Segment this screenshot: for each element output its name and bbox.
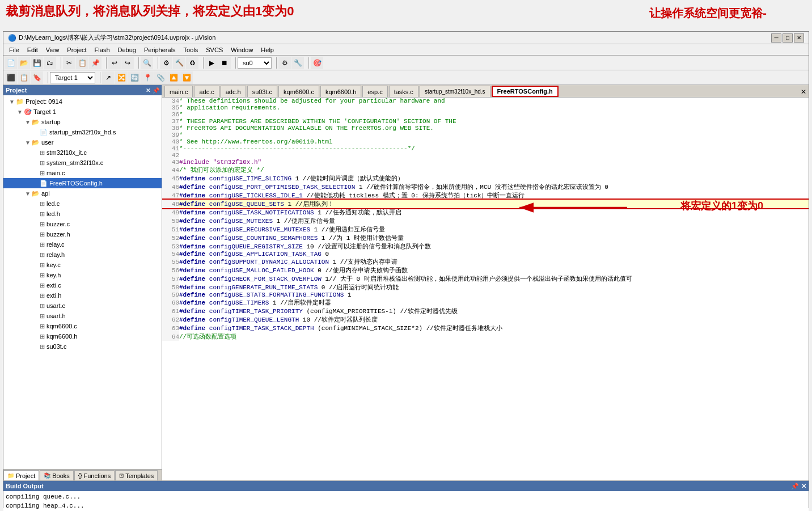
menu-tools[interactable]: Tools (180, 45, 202, 54)
tb2-btn8[interactable]: 📎 (154, 71, 167, 84)
tree-item-user-folder[interactable]: ▼ 📂 user (3, 137, 162, 147)
project-tree[interactable]: ▼ 📁 Project: 0914 ▼ 🎯 Target 1 ▼ 📂 start… (3, 95, 162, 469)
tree-item-startup-folder[interactable]: ▼ 📂 startup (3, 117, 162, 127)
target-select[interactable]: Target 1 (50, 72, 95, 83)
tree-item-project-root[interactable]: ▼ 📁 Project: 0914 (3, 96, 162, 107)
copy-btn[interactable]: 📋 (76, 57, 88, 69)
tree-item-kqm6600-h[interactable]: · ⊞ kqm6600.h (3, 331, 162, 341)
tree-item-exti-h[interactable]: · ⊞ exti.h (3, 290, 162, 301)
tree-item-buzzer-c[interactable]: · ⊞ buzzer.c (3, 219, 162, 229)
menu-svcs[interactable]: SVCS (202, 45, 226, 54)
tree-item-key-h[interactable]: · ⊞ key.h (3, 270, 162, 280)
tab-freertosconfig[interactable]: FreeRTOSConfig.h (492, 86, 559, 97)
tree-item-relay-h[interactable]: · ⊞ relay.h (3, 250, 162, 260)
tree-item-key-c[interactable]: · ⊞ key.c (3, 260, 162, 270)
compile-btn[interactable]: ⚙ (160, 57, 172, 69)
tree-item-target1[interactable]: ▼ 🎯 Target 1 (3, 107, 162, 117)
stop-btn[interactable]: ⏹ (218, 57, 231, 69)
menu-edit[interactable]: Edit (24, 45, 41, 54)
tree-item-led-c[interactable]: · ⊞ led.c (3, 199, 162, 209)
menu-view[interactable]: View (43, 45, 63, 54)
tb2-btn6[interactable]: 🔄 (128, 71, 141, 84)
tab-adc-c[interactable]: adc.c (194, 86, 219, 97)
tree-item-led-h[interactable]: · ⊞ led.h (3, 209, 162, 219)
options-btn[interactable]: ⚙ (278, 57, 291, 69)
rebuild-btn[interactable]: ♻ (186, 57, 198, 69)
find-btn[interactable]: 🔍 (141, 57, 153, 69)
build-btn[interactable]: 🔨 (173, 57, 185, 69)
panel-pin-btn[interactable]: 📌 (153, 87, 159, 94)
toggle-root[interactable]: ▼ (8, 99, 16, 105)
tb2-btn5[interactable]: 🔀 (115, 71, 128, 84)
tab-close-btn[interactable]: ✕ (798, 87, 809, 97)
redo-btn[interactable]: ↪ (121, 57, 134, 69)
manage-btn[interactable]: 🔧 (291, 57, 304, 69)
save-btn[interactable]: 💾 (31, 57, 43, 69)
open-btn[interactable]: 📂 (18, 57, 30, 69)
tab-startup[interactable]: startup_stm32f10x_hd.s (420, 86, 490, 97)
save-all-btn[interactable]: 🗂 (44, 57, 56, 69)
tab-kqm6600-c[interactable]: kqm6600.c (278, 86, 319, 97)
undo-btn[interactable]: ↩ (108, 57, 121, 69)
top-annotation-right: 让操作系统空间更宽裕- (649, 6, 767, 21)
line-code-41: *---------------------------------------… (179, 145, 809, 152)
tab-main-c[interactable]: main.c (164, 86, 193, 97)
tab-tasks-c[interactable]: tasks.c (389, 86, 418, 97)
tree-item-usart-c[interactable]: · ⊞ usart.c (3, 301, 162, 311)
menu-project[interactable]: Project (64, 45, 90, 54)
new-file-btn[interactable]: 📄 (5, 57, 17, 69)
tree-item-kqm6600-c[interactable]: · ⊞ kqm6600.c (3, 321, 162, 331)
tree-item-system-stm32[interactable]: · ⊞ system_stm32f10x.c (3, 158, 162, 168)
tab-adc-h[interactable]: adc.h (221, 86, 246, 97)
build-output-close[interactable]: ✕ (801, 483, 806, 490)
menu-flash[interactable]: Flash (91, 45, 113, 54)
tree-item-startup-file[interactable]: · 📄 startup_stm32f10x_hd.s (3, 127, 162, 137)
tab-kqm6600-h[interactable]: kqm6600.h (320, 86, 361, 97)
tab-books[interactable]: 📚 Books (40, 470, 74, 480)
tb2-btn4[interactable]: ↗ (102, 71, 115, 84)
tab-esp-c[interactable]: esp.c (362, 86, 387, 97)
tb2-btn2[interactable]: 📋 (18, 71, 30, 84)
tb2-btn3[interactable]: 🔖 (31, 71, 43, 84)
expand-icon-keyh: ⊞ (40, 272, 45, 279)
tree-item-su03t-c[interactable]: · ⊞ su03t.c (3, 341, 162, 352)
tree-item-main-c[interactable]: · ⊞ main.c (3, 168, 162, 178)
panel-close-btn[interactable]: ✕ (146, 87, 150, 94)
tree-item-exti-c[interactable]: · ⊞ exti.c (3, 280, 162, 290)
build-output-content[interactable]: compiling queue.c...compiling heap_4.c..… (3, 491, 809, 511)
mcu-select[interactable]: su0 (238, 57, 272, 69)
tab-su03t-c[interactable]: su03t.c (247, 86, 277, 97)
menu-window[interactable]: Window (227, 45, 256, 54)
menu-help[interactable]: Help (257, 45, 277, 54)
tree-item-buzzer-h[interactable]: · ⊞ buzzer.h (3, 229, 162, 239)
build-output-pin[interactable]: 📌 (791, 483, 799, 490)
maximize-button[interactable]: □ (783, 33, 793, 43)
menu-debug[interactable]: Debug (115, 45, 139, 54)
close-button[interactable]: ✕ (794, 33, 804, 43)
tb2-btn9[interactable]: 🔼 (167, 71, 180, 84)
debug-btn[interactable]: ▶ (205, 57, 218, 69)
minimize-button[interactable]: ─ (771, 33, 781, 43)
tab-project[interactable]: 📁 Project (3, 470, 39, 480)
toggle-startup[interactable]: ▼ (24, 119, 32, 125)
cut-btn[interactable]: ✂ (63, 57, 75, 69)
tb2-btn1[interactable]: ⬛ (5, 71, 17, 84)
tb2-btn7[interactable]: 📍 (141, 71, 154, 84)
tree-item-stm32-it[interactable]: · ⊞ stm32f10x_it.c (3, 147, 162, 158)
tree-item-api-folder[interactable]: ▼ 📂 api (3, 188, 162, 199)
toggle-api[interactable]: ▼ (24, 191, 32, 197)
code-editor[interactable]: 34 * These definitions should be adjuste… (162, 98, 809, 480)
target-options-btn[interactable]: 🎯 (311, 57, 323, 69)
tab-functions[interactable]: {} Functions (74, 470, 115, 480)
toggle-target[interactable]: ▼ (16, 109, 24, 115)
tb2-btn10[interactable]: 🔽 (180, 71, 193, 84)
paste-btn[interactable]: 📌 (89, 57, 102, 69)
tree-item-freertos-config[interactable]: · 📄 FreeRTOSConfig.h (3, 178, 162, 188)
toggle-user[interactable]: ▼ (24, 140, 32, 146)
tree-item-usart-h[interactable]: · ⊞ usart.h (3, 311, 162, 321)
line-code-47: #define configUSE_TICKLESS_IDLE_1 //使能低功… (179, 191, 809, 200)
tree-item-relay-c[interactable]: · ⊞ relay.c (3, 239, 162, 250)
tab-templates[interactable]: ⊡ Templates (115, 470, 158, 480)
menu-file[interactable]: File (6, 45, 23, 54)
menu-peripherals[interactable]: Peripherals (141, 45, 179, 54)
